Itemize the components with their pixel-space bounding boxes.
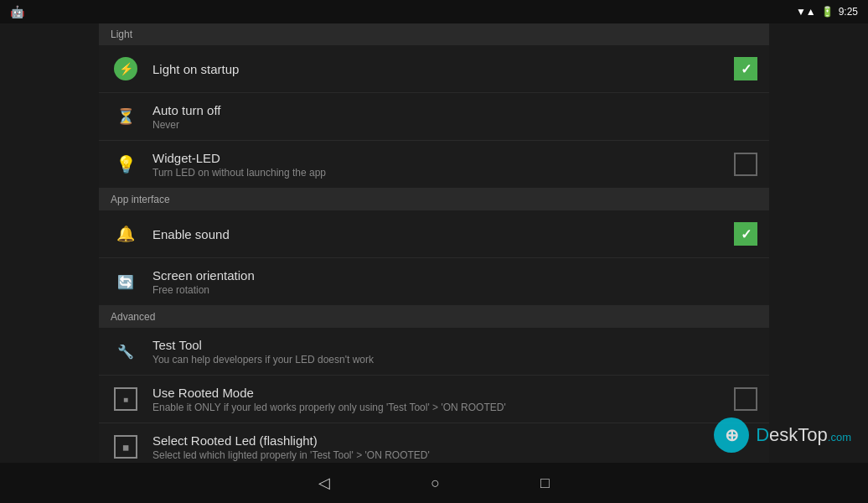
row-icon-test-tool: 🔧 [111,336,141,366]
row-title-enable-sound: Enable sound [152,227,734,241]
checkbox-enable-sound[interactable] [734,222,757,246]
watermark: ⊕ DeskTop.com [714,417,851,453]
row-title-widget-led: Widget-LED [152,151,734,165]
settings-row-auto-turn-off: ⏳Auto turn offNever [99,93,769,141]
rooted-icon: ■ [114,387,137,411]
settings-row-light-on-startup[interactable]: ⚡Light on startup [99,45,769,93]
settings-row-test-tool: 🔧Test ToolYou can help developers if you… [99,328,769,376]
row-subtitle-use-rooted-mode: Enable it ONLY if your led works properl… [152,402,734,413]
row-text-select-rooted-led: Select Rooted Led (flashlight)Select led… [152,433,757,461]
signal-icon: ▼▲ [796,6,816,18]
row-icon-select-rooted-led: ◼ [111,432,141,462]
section-header-light: Light [99,23,769,45]
row-subtitle-select-rooted-led: Select led which lighted properly in 'Te… [152,449,757,461]
power-icon: ⚡ [114,57,137,80]
row-text-use-rooted-mode: Use Rooted ModeEnable it ONLY if your le… [152,386,734,413]
watermark-suffix: .com [828,431,851,443]
recent-button[interactable]: □ [540,474,550,492]
settings-row-screen-orientation: 🔄Screen orientationFree rotation [99,258,769,306]
section-header-app-interface: App interface [99,189,769,210]
status-bar-left: 🤖 [10,5,24,18]
settings-row-widget-led[interactable]: 💡Widget-LEDTurn LED on without launching… [99,141,769,189]
settings-row-use-rooted-mode[interactable]: ■Use Rooted ModeEnable it ONLY if your l… [99,376,769,423]
section-header-advanced: Advanced [99,306,769,328]
row-icon-widget-led: 💡 [111,149,141,179]
row-subtitle-auto-turn-off: Never [152,119,757,131]
status-bar-right: ▼▲ 🔋 9:25 [796,6,858,18]
row-title-light-on-startup: Light on startup [152,62,734,76]
row-subtitle-test-tool: You can help developers if your LED does… [152,354,757,366]
row-title-auto-turn-off: Auto turn off [152,103,757,117]
bulb-icon: 💡 [114,153,137,176]
settings-row-select-rooted-led: ◼Select Rooted Led (flashlight)Select le… [99,423,769,463]
watermark-icon: ⊕ [714,417,749,453]
time-display: 9:25 [839,6,858,18]
row-text-light-on-startup: Light on startup [152,62,734,76]
row-text-widget-led: Widget-LEDTurn LED on without launching … [152,151,734,179]
battery-icon: 🔋 [821,6,834,18]
sound-icon: 🔔 [114,222,137,246]
status-bar: 🤖 ▼▲ 🔋 9:25 [0,0,868,23]
row-icon-light-on-startup: ⚡ [111,54,141,84]
wrench-icon: 🔧 [114,340,137,363]
row-icon-use-rooted-mode: ■ [111,384,141,414]
hourglass-icon: ⏳ [114,105,137,128]
row-icon-auto-turn-off: ⏳ [111,101,141,132]
row-text-auto-turn-off: Auto turn offNever [152,103,757,131]
row-text-enable-sound: Enable sound [152,227,734,241]
row-title-select-rooted-led: Select Rooted Led (flashlight) [152,433,757,448]
row-subtitle-widget-led: Turn LED on without launching the app [152,167,734,179]
row-text-screen-orientation: Screen orientationFree rotation [152,268,757,296]
watermark-text: DeskTop.com [756,424,851,446]
back-button[interactable]: ◁ [318,474,330,492]
home-button[interactable]: ○ [431,474,440,492]
watermark-brand: D [756,424,769,445]
row-icon-enable-sound: 🔔 [111,219,141,249]
led-icon: ◼ [114,435,137,459]
settings-row-enable-sound[interactable]: 🔔Enable sound [99,210,769,258]
row-title-test-tool: Test Tool [152,338,757,352]
checkbox-light-on-startup[interactable] [734,57,757,80]
row-icon-screen-orientation: 🔄 [111,267,141,297]
row-title-use-rooted-mode: Use Rooted Mode [152,386,734,400]
row-title-screen-orientation: Screen orientation [152,268,757,283]
row-text-test-tool: Test ToolYou can help developers if your… [152,338,757,366]
checkbox-widget-led[interactable] [734,153,757,176]
settings-main: Light⚡Light on startup⏳Auto turn offNeve… [99,23,769,463]
rotate-icon: 🔄 [114,270,137,293]
android-icon: 🤖 [10,5,24,18]
row-subtitle-screen-orientation: Free rotation [152,284,757,296]
checkbox-use-rooted-mode[interactable] [734,387,757,411]
nav-bar: ◁ ○ □ [0,463,868,503]
